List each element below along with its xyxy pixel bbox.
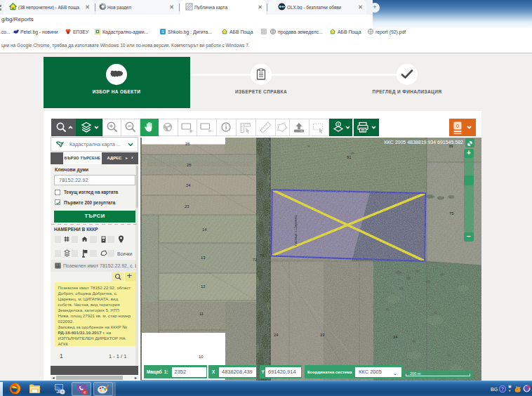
svg-text:S: S	[161, 29, 164, 34]
svg-text:13: 13	[201, 256, 205, 260]
svg-text:24: 24	[186, 183, 191, 187]
svg-text:12: 12	[201, 284, 205, 289]
svg-text:11: 11	[199, 312, 204, 316]
svg-text:72: 72	[253, 258, 257, 262]
svg-text:24: 24	[274, 333, 279, 337]
svg-text:0: 0	[456, 123, 460, 129]
svg-text:14: 14	[202, 227, 207, 232]
svg-text:33: 33	[320, 333, 324, 337]
svg-text:75: 75	[449, 211, 453, 216]
svg-text:74: 74	[260, 253, 264, 258]
svg-text:25: 25	[187, 163, 191, 167]
svg-text:34: 34	[393, 335, 398, 339]
svg-text:23: 23	[185, 204, 189, 209]
svg-text:4: 4	[84, 390, 86, 395]
svg-text:пасище с.Царевец: пасище с.Царевец	[293, 216, 298, 246]
svg-text:26: 26	[185, 142, 189, 146]
svg-text:10: 10	[199, 355, 203, 359]
svg-text:91: 91	[347, 155, 351, 159]
